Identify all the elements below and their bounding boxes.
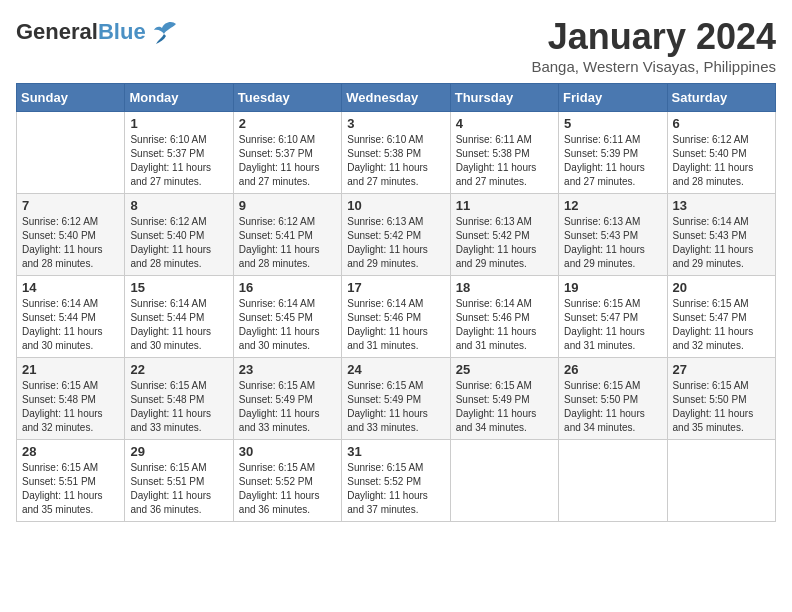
day-info: Sunrise: 6:14 AMSunset: 5:43 PMDaylight:… bbox=[673, 215, 770, 271]
calendar-cell: 13Sunrise: 6:14 AMSunset: 5:43 PMDayligh… bbox=[667, 194, 775, 276]
day-number: 16 bbox=[239, 280, 336, 295]
calendar-cell: 14Sunrise: 6:14 AMSunset: 5:44 PMDayligh… bbox=[17, 276, 125, 358]
day-number: 23 bbox=[239, 362, 336, 377]
day-info: Sunrise: 6:15 AMSunset: 5:48 PMDaylight:… bbox=[22, 379, 119, 435]
calendar-cell bbox=[559, 440, 667, 522]
day-info: Sunrise: 6:15 AMSunset: 5:47 PMDaylight:… bbox=[673, 297, 770, 353]
calendar-cell: 12Sunrise: 6:13 AMSunset: 5:43 PMDayligh… bbox=[559, 194, 667, 276]
calendar-cell: 25Sunrise: 6:15 AMSunset: 5:49 PMDayligh… bbox=[450, 358, 558, 440]
logo-bird-icon bbox=[148, 16, 180, 48]
calendar-cell: 24Sunrise: 6:15 AMSunset: 5:49 PMDayligh… bbox=[342, 358, 450, 440]
calendar-cell: 1Sunrise: 6:10 AMSunset: 5:37 PMDaylight… bbox=[125, 112, 233, 194]
day-number: 20 bbox=[673, 280, 770, 295]
calendar-cell: 3Sunrise: 6:10 AMSunset: 5:38 PMDaylight… bbox=[342, 112, 450, 194]
day-number: 2 bbox=[239, 116, 336, 131]
calendar-cell bbox=[450, 440, 558, 522]
location-subtitle: Banga, Western Visayas, Philippines bbox=[531, 58, 776, 75]
calendar-cell: 19Sunrise: 6:15 AMSunset: 5:47 PMDayligh… bbox=[559, 276, 667, 358]
day-number: 21 bbox=[22, 362, 119, 377]
calendar-cell: 31Sunrise: 6:15 AMSunset: 5:52 PMDayligh… bbox=[342, 440, 450, 522]
calendar-cell: 26Sunrise: 6:15 AMSunset: 5:50 PMDayligh… bbox=[559, 358, 667, 440]
calendar-cell: 5Sunrise: 6:11 AMSunset: 5:39 PMDaylight… bbox=[559, 112, 667, 194]
calendar-cell: 21Sunrise: 6:15 AMSunset: 5:48 PMDayligh… bbox=[17, 358, 125, 440]
day-number: 6 bbox=[673, 116, 770, 131]
calendar-cell: 9Sunrise: 6:12 AMSunset: 5:41 PMDaylight… bbox=[233, 194, 341, 276]
day-info: Sunrise: 6:15 AMSunset: 5:49 PMDaylight:… bbox=[239, 379, 336, 435]
day-number: 12 bbox=[564, 198, 661, 213]
day-number: 29 bbox=[130, 444, 227, 459]
day-info: Sunrise: 6:15 AMSunset: 5:49 PMDaylight:… bbox=[456, 379, 553, 435]
day-number: 22 bbox=[130, 362, 227, 377]
calendar-cell: 30Sunrise: 6:15 AMSunset: 5:52 PMDayligh… bbox=[233, 440, 341, 522]
calendar-cell: 15Sunrise: 6:14 AMSunset: 5:44 PMDayligh… bbox=[125, 276, 233, 358]
day-info: Sunrise: 6:12 AMSunset: 5:41 PMDaylight:… bbox=[239, 215, 336, 271]
day-info: Sunrise: 6:13 AMSunset: 5:43 PMDaylight:… bbox=[564, 215, 661, 271]
weekday-header-friday: Friday bbox=[559, 84, 667, 112]
page-header: GeneralBlue January 2024 Banga, Western … bbox=[16, 16, 776, 75]
calendar-cell bbox=[667, 440, 775, 522]
logo-blue: Blue bbox=[98, 19, 146, 44]
calendar-cell: 28Sunrise: 6:15 AMSunset: 5:51 PMDayligh… bbox=[17, 440, 125, 522]
day-number: 28 bbox=[22, 444, 119, 459]
logo-general: General bbox=[16, 19, 98, 44]
logo: GeneralBlue bbox=[16, 16, 180, 48]
day-info: Sunrise: 6:15 AMSunset: 5:50 PMDaylight:… bbox=[564, 379, 661, 435]
day-info: Sunrise: 6:10 AMSunset: 5:38 PMDaylight:… bbox=[347, 133, 444, 189]
day-number: 8 bbox=[130, 198, 227, 213]
calendar-cell: 22Sunrise: 6:15 AMSunset: 5:48 PMDayligh… bbox=[125, 358, 233, 440]
calendar-cell: 27Sunrise: 6:15 AMSunset: 5:50 PMDayligh… bbox=[667, 358, 775, 440]
day-info: Sunrise: 6:15 AMSunset: 5:51 PMDaylight:… bbox=[22, 461, 119, 517]
day-number: 7 bbox=[22, 198, 119, 213]
calendar-cell: 7Sunrise: 6:12 AMSunset: 5:40 PMDaylight… bbox=[17, 194, 125, 276]
day-info: Sunrise: 6:10 AMSunset: 5:37 PMDaylight:… bbox=[239, 133, 336, 189]
calendar-table: SundayMondayTuesdayWednesdayThursdayFrid… bbox=[16, 83, 776, 522]
weekday-header-sunday: Sunday bbox=[17, 84, 125, 112]
day-number: 9 bbox=[239, 198, 336, 213]
calendar-cell: 10Sunrise: 6:13 AMSunset: 5:42 PMDayligh… bbox=[342, 194, 450, 276]
calendar-cell: 2Sunrise: 6:10 AMSunset: 5:37 PMDaylight… bbox=[233, 112, 341, 194]
calendar-cell: 8Sunrise: 6:12 AMSunset: 5:40 PMDaylight… bbox=[125, 194, 233, 276]
calendar-cell: 20Sunrise: 6:15 AMSunset: 5:47 PMDayligh… bbox=[667, 276, 775, 358]
day-number: 27 bbox=[673, 362, 770, 377]
day-number: 18 bbox=[456, 280, 553, 295]
day-info: Sunrise: 6:13 AMSunset: 5:42 PMDaylight:… bbox=[456, 215, 553, 271]
day-info: Sunrise: 6:15 AMSunset: 5:48 PMDaylight:… bbox=[130, 379, 227, 435]
title-area: January 2024 Banga, Western Visayas, Phi… bbox=[531, 16, 776, 75]
calendar-cell: 4Sunrise: 6:11 AMSunset: 5:38 PMDaylight… bbox=[450, 112, 558, 194]
calendar-cell: 17Sunrise: 6:14 AMSunset: 5:46 PMDayligh… bbox=[342, 276, 450, 358]
day-info: Sunrise: 6:12 AMSunset: 5:40 PMDaylight:… bbox=[673, 133, 770, 189]
weekday-header-tuesday: Tuesday bbox=[233, 84, 341, 112]
day-info: Sunrise: 6:15 AMSunset: 5:50 PMDaylight:… bbox=[673, 379, 770, 435]
day-number: 1 bbox=[130, 116, 227, 131]
day-number: 14 bbox=[22, 280, 119, 295]
day-number: 31 bbox=[347, 444, 444, 459]
day-number: 11 bbox=[456, 198, 553, 213]
day-number: 10 bbox=[347, 198, 444, 213]
weekday-header-thursday: Thursday bbox=[450, 84, 558, 112]
calendar-cell bbox=[17, 112, 125, 194]
day-info: Sunrise: 6:15 AMSunset: 5:47 PMDaylight:… bbox=[564, 297, 661, 353]
month-title: January 2024 bbox=[531, 16, 776, 58]
weekday-header-saturday: Saturday bbox=[667, 84, 775, 112]
day-info: Sunrise: 6:11 AMSunset: 5:39 PMDaylight:… bbox=[564, 133, 661, 189]
day-info: Sunrise: 6:14 AMSunset: 5:46 PMDaylight:… bbox=[456, 297, 553, 353]
day-number: 24 bbox=[347, 362, 444, 377]
day-info: Sunrise: 6:14 AMSunset: 5:44 PMDaylight:… bbox=[130, 297, 227, 353]
day-info: Sunrise: 6:14 AMSunset: 5:45 PMDaylight:… bbox=[239, 297, 336, 353]
calendar-cell: 23Sunrise: 6:15 AMSunset: 5:49 PMDayligh… bbox=[233, 358, 341, 440]
calendar-cell: 11Sunrise: 6:13 AMSunset: 5:42 PMDayligh… bbox=[450, 194, 558, 276]
day-number: 15 bbox=[130, 280, 227, 295]
day-number: 4 bbox=[456, 116, 553, 131]
day-info: Sunrise: 6:12 AMSunset: 5:40 PMDaylight:… bbox=[130, 215, 227, 271]
weekday-header-wednesday: Wednesday bbox=[342, 84, 450, 112]
day-info: Sunrise: 6:10 AMSunset: 5:37 PMDaylight:… bbox=[130, 133, 227, 189]
day-info: Sunrise: 6:13 AMSunset: 5:42 PMDaylight:… bbox=[347, 215, 444, 271]
calendar-cell: 18Sunrise: 6:14 AMSunset: 5:46 PMDayligh… bbox=[450, 276, 558, 358]
calendar-cell: 29Sunrise: 6:15 AMSunset: 5:51 PMDayligh… bbox=[125, 440, 233, 522]
day-number: 3 bbox=[347, 116, 444, 131]
weekday-header-monday: Monday bbox=[125, 84, 233, 112]
day-number: 13 bbox=[673, 198, 770, 213]
calendar-cell: 6Sunrise: 6:12 AMSunset: 5:40 PMDaylight… bbox=[667, 112, 775, 194]
day-info: Sunrise: 6:15 AMSunset: 5:52 PMDaylight:… bbox=[239, 461, 336, 517]
calendar-cell: 16Sunrise: 6:14 AMSunset: 5:45 PMDayligh… bbox=[233, 276, 341, 358]
